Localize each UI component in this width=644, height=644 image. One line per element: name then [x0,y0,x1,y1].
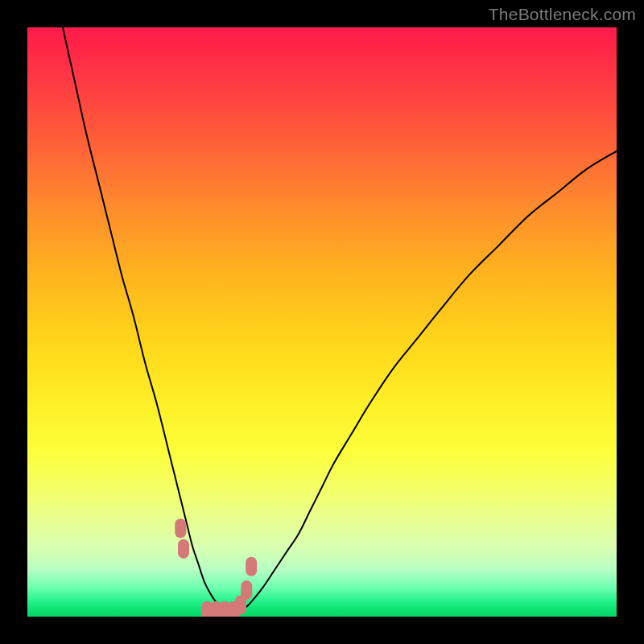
watermark-text: TheBottleneck.com [489,5,636,24]
plot-area [27,27,617,617]
curve-layer [27,27,617,617]
highlight-marker [175,518,186,538]
bottleneck-curve [63,27,617,611]
chart-frame: TheBottleneck.com [0,0,644,644]
highlight-marker [241,580,252,600]
marker-group [175,518,257,617]
highlight-marker [178,539,189,559]
highlight-marker [246,557,257,576]
